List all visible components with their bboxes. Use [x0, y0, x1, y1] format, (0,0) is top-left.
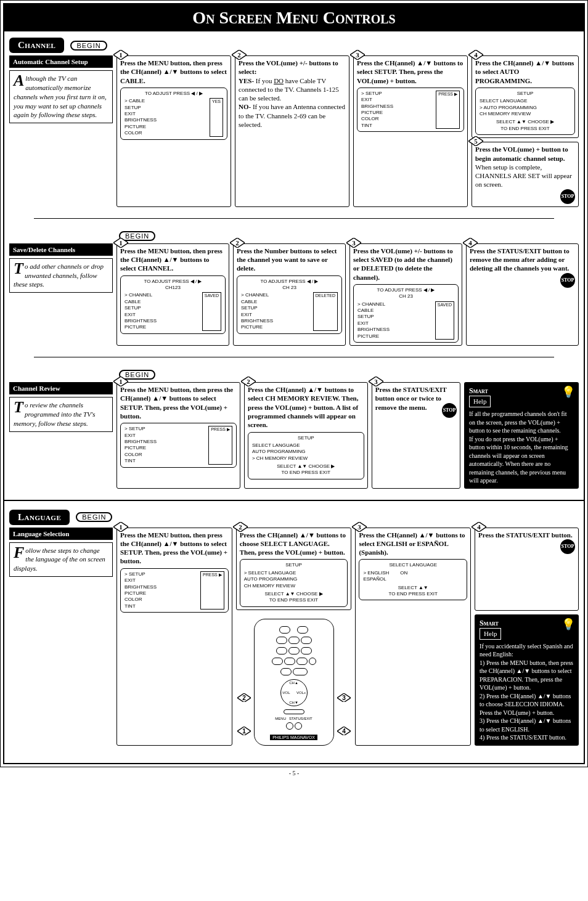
desc-language: Follow these steps to change the languag… — [9, 542, 113, 577]
step-diamond-icon: 3 — [350, 50, 365, 60]
step-diamond-icon: 4 — [463, 238, 478, 248]
osd-box: SETUP > SELECT LANGUAGE AUTO PROGRAMMING… — [240, 559, 348, 606]
svg-text:1: 1 — [119, 523, 123, 531]
svg-text:3: 3 — [358, 523, 362, 531]
step-diamond-icon: 2 — [232, 50, 247, 60]
svg-text:1: 1 — [242, 728, 246, 735]
svg-text:1: 1 — [119, 239, 123, 247]
osd-box: TO ADJUST PRESS ◀ / ▶ CH 23 > CHANNEL CA… — [353, 284, 459, 343]
step-diamond-icon: 1 — [113, 377, 128, 386]
step-diamond-icon: 2 — [230, 238, 245, 248]
svg-text:3: 3 — [342, 695, 346, 701]
osd-box: SETUP SELECT LANGUAGE > AUTO PROGRAMMING… — [475, 88, 575, 135]
lang-step-3: 3 Press the CH(annel) ▲/▼ buttons to sel… — [355, 528, 471, 746]
review-step-3: 3 Press the STATUS/EXIT button once or t… — [372, 382, 460, 489]
svg-text:3: 3 — [374, 378, 378, 385]
divider-icon — [34, 218, 554, 219]
step-diamond-icon: 2 — [241, 377, 256, 386]
auto-step-5: 5 Press the VOL(ume) + button to begin a… — [472, 142, 579, 206]
svg-text:3: 3 — [352, 239, 356, 247]
svg-text:4: 4 — [468, 239, 472, 247]
lightbulb-icon: 💡 — [561, 617, 575, 632]
tab-channel: Channel — [9, 38, 64, 53]
auto-step-1: 1 Press the MENU button, then press the … — [116, 55, 231, 207]
save-step-4: 4 Press the STATUS/EXIT button to remove… — [466, 243, 579, 346]
heading-save: Save/Delete Channels — [9, 243, 113, 256]
save-step-1: 1 Press the MENU button, then press the … — [116, 243, 229, 346]
svg-text:5: 5 — [474, 137, 478, 145]
lang-step-4: 4 Press the STATUS/EXIT button. STOP — [475, 528, 579, 611]
svg-text:2: 2 — [239, 523, 242, 531]
step-diamond-icon: 4 — [472, 522, 486, 532]
heading-language: Language Selection — [9, 528, 113, 540]
svg-text:2: 2 — [237, 51, 241, 59]
desc-review: To review the channels programmed into t… — [9, 397, 113, 432]
heading-review: Channel Review — [9, 382, 113, 394]
save-step-3: 3 Press the VOL(ume) +/- buttons to sele… — [349, 243, 462, 346]
osd-box: > SETUP EXIT BRIGHTNESS PICTURE COLOR TI… — [120, 423, 237, 467]
step-diamond-icon: 5 — [468, 136, 483, 146]
heading-auto: Automatic Channel Setup — [9, 55, 113, 68]
svg-text:4: 4 — [477, 523, 481, 531]
tab-language: Language — [9, 510, 70, 525]
save-step-2: 2 Press the Number buttons to select the… — [233, 243, 346, 346]
svg-text:4: 4 — [474, 51, 478, 59]
desc-save: To add other channels or drop unwanted c… — [9, 258, 113, 293]
step-diamond-icon: 1 — [113, 522, 128, 532]
pointer-3-icon: 3 — [337, 693, 351, 703]
begin-badge: BEGIN — [70, 41, 107, 51]
stop-badge: STOP — [442, 403, 457, 418]
remote-diagram: CH▲ CH▼ -VOL VOL+ MENU STATUS/EXIT PHILI… — [254, 619, 334, 746]
page-title: On Screen Menu Controls — [4, 4, 584, 31]
philips-logo: PHILIPS MAGNAVOX — [270, 735, 317, 740]
svg-text:1: 1 — [119, 51, 123, 59]
lang-step-1: 1 Press the MENU button, then press the … — [116, 528, 232, 746]
step-diamond-icon: 4 — [468, 50, 483, 60]
desc-auto: Although the TV can automatically memori… — [9, 70, 113, 123]
divider-icon — [34, 357, 554, 357]
pointer-4-icon: 4 — [337, 727, 351, 736]
osd-box: TO ADJUST PRESS ◀ / ▶ CH123 > CHANNEL CA… — [120, 275, 226, 334]
osd-box: SETUP SELECT LANGUAGE AUTO PROGRAMMING >… — [248, 432, 364, 479]
auto-step-3: 3 Press the CH(annel) ▲/▼ buttons to sel… — [353, 55, 468, 207]
osd-box: TO ADJUST PRESS ◀ / ▶ > CABLE SETUP EXIT… — [120, 88, 227, 140]
svg-text:2: 2 — [247, 378, 250, 385]
stop-badge: STOP — [560, 189, 575, 204]
page-number: - 5 - — [0, 767, 588, 779]
svg-text:4: 4 — [342, 728, 346, 735]
review-step-2: 2 Press the CH(annel) ▲/▼ buttons to sel… — [244, 382, 368, 489]
stop-badge: STOP — [560, 539, 575, 554]
lightbulb-icon: 💡 — [561, 385, 575, 399]
svg-text:2: 2 — [235, 239, 239, 247]
osd-box: > SETUP EXIT BRIGHTNESS PICTURE COLOR TI… — [357, 88, 464, 132]
svg-text:3: 3 — [356, 51, 359, 59]
smart-help-language: 💡 Smart Help If you accidentally select … — [475, 614, 579, 746]
step-diamond-icon: 2 — [233, 522, 248, 532]
step-diamond-icon: 3 — [352, 522, 367, 532]
review-step-1: 1 Press the MENU button, then press the … — [116, 382, 240, 489]
pointer-2-icon: 2 — [237, 693, 251, 703]
begin-badge: BEGIN — [76, 512, 112, 522]
smart-help: 💡 Smart Help If all the programmed chann… — [464, 382, 579, 489]
step-diamond-icon: 1 — [113, 50, 128, 60]
osd-box: > SETUP EXIT BRIGHTNESS PICTURE COLOR TI… — [120, 568, 229, 613]
svg-text:1: 1 — [119, 378, 123, 385]
stop-badge: STOP — [560, 273, 575, 288]
step-diamond-icon: 1 — [113, 238, 128, 248]
svg-text:2: 2 — [242, 695, 246, 701]
dpad-icon: CH▲ CH▼ -VOL VOL+ — [280, 679, 308, 706]
step-diamond-icon: 3 — [369, 377, 383, 386]
auto-step-4: 4 Press the CH(annel) ▲/▼ buttons to sel… — [472, 55, 579, 138]
pointer-1-icon: 1 — [237, 727, 251, 736]
auto-step-2: 2 Press the VOL(ume) +/- buttons to sele… — [235, 55, 349, 207]
lang-step-2: 2 Press the CH(annel) ▲/▼ buttons to cho… — [236, 528, 352, 610]
osd-box: SELECT LANGUAGE > ENGLISH ON ESPAÑOL SEL… — [359, 559, 467, 600]
osd-box: TO ADJUST PRESS ◀ / ▶ CH 23 > CHANNEL CA… — [237, 275, 342, 334]
step-diamond-icon: 3 — [346, 238, 361, 248]
